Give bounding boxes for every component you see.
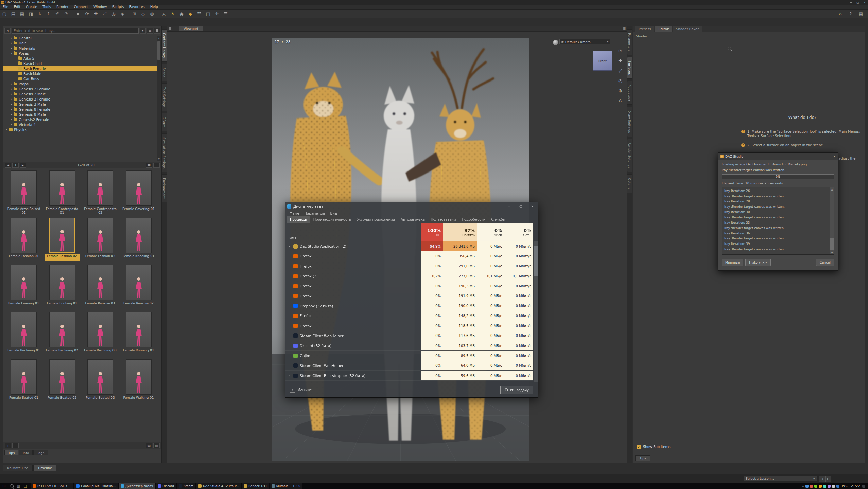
taskbar-app-daz[interactable]: Render(1/1) [242, 483, 269, 489]
tree-collapsed-icon[interactable]: ▸ [10, 103, 13, 106]
tm-tab[interactable]: Журнал приложений [354, 216, 398, 223]
tree-item[interactable]: ▸Physics [3, 127, 161, 132]
pane-options-icon[interactable]: ☰ [622, 27, 627, 30]
side-tab-scene[interactable]: Scene [162, 64, 167, 81]
pose-thumbnail[interactable]: Female Pensive 02 [120, 265, 157, 309]
reset-view-icon[interactable]: ⌂ [619, 98, 622, 103]
taskbar-app-task-manager[interactable]: Диспетчер задач [119, 483, 155, 489]
expand-chevron-icon[interactable]: ▸ [289, 245, 291, 248]
process-row[interactable]: Steam Client WebHelper0%64,0 МБ0 МБ/с0 М… [285, 361, 533, 371]
view-navigation-cube[interactable]: Front [593, 51, 612, 71]
menu-item-edit[interactable]: Edit [11, 5, 23, 9]
process-row[interactable]: ▸Steam Client Bootstrapper (32 бита)0%59… [285, 371, 533, 381]
scene-navigator-icon[interactable]: ⊞ [131, 10, 138, 17]
tree-item[interactable]: ▸Genesis 2 Male [3, 91, 161, 96]
clock[interactable]: 21:27 [851, 484, 860, 488]
right-panel-tips-tab[interactable]: Tips [635, 455, 650, 461]
panel-tab-info[interactable]: Info [19, 450, 33, 455]
process-row[interactable]: Dropbox (32 бита)0%190,0 МБ0 МБ/с0 Мбит/… [285, 301, 533, 311]
window-maximize-button[interactable]: ▢ [854, 0, 861, 5]
menu-item-connect[interactable]: Connect [71, 5, 91, 9]
zoom-in-icon[interactable]: + [5, 443, 11, 448]
tree-item[interactable]: ▸Props [3, 81, 161, 86]
panel-tab-tags[interactable]: Tags [33, 450, 48, 455]
tray-icon[interactable] [814, 485, 817, 488]
tray-icon[interactable] [832, 485, 835, 488]
export-icon[interactable]: ⇑ [45, 10, 52, 17]
tree-item[interactable]: Aiko 5 [3, 56, 161, 61]
menu-item-favorites[interactable]: Favorites [127, 5, 147, 9]
dock-tab-timeline[interactable]: Timeline [33, 465, 57, 471]
start-button[interactable]: ⊞ [0, 483, 8, 489]
side-tab-tool-settings[interactable]: Tool Settings [162, 83, 167, 111]
pose-thumbnail[interactable]: Female Fashion 02 [44, 218, 81, 261]
menu-item-file[interactable]: File [0, 5, 11, 9]
prev-page-icon[interactable]: ◄ [5, 163, 11, 168]
tree-collapsed-icon[interactable]: ▸ [10, 42, 13, 44]
menu-item-help[interactable]: Help [147, 5, 161, 9]
tree-item[interactable]: Car Boss [3, 76, 161, 81]
node-selection-tool-icon[interactable]: ➤ [74, 10, 82, 17]
process-row[interactable]: Gajim0%89,5 МБ0 МБ/с0 Мбит/с [285, 351, 533, 361]
tree-item[interactable]: BasicMale [3, 71, 161, 76]
list-view-icon[interactable]: ☰ [153, 163, 160, 168]
pose-thumbnail[interactable]: Female Contraposto 01 [44, 170, 81, 214]
taskbar-app-thunderbird[interactable]: Сообщения - Mozilla... [74, 483, 118, 489]
lesson-next-icon[interactable]: ► [825, 476, 831, 482]
tab-editor[interactable]: Editor [655, 26, 672, 32]
create-light-icon[interactable]: ☀ [169, 10, 176, 17]
menu-item-scripts[interactable]: Scripts [109, 5, 126, 9]
tray-icon[interactable] [823, 485, 826, 488]
camera-selector[interactable]: ◉ Default Camera ▼ [559, 39, 610, 44]
tm-column-header-память[interactable]: 97%Память [443, 223, 477, 241]
pose-thumbnail[interactable]: Female Reclining 02 [44, 312, 81, 356]
tm-tab[interactable]: Производительность [311, 216, 354, 223]
workspace-layout-icon[interactable]: ▦ [857, 10, 865, 17]
next-page-icon[interactable]: ► [20, 163, 26, 168]
menu-item-window[interactable]: Window [91, 5, 109, 9]
tree-collapsed-icon[interactable]: ▸ [10, 93, 13, 95]
process-row[interactable]: Firefox0%118,5 МБ0 МБ/с0 Мбит/с [285, 321, 533, 331]
grid-view-icon[interactable]: ▦ [147, 28, 153, 34]
nav-back-icon[interactable]: ◄ [4, 28, 11, 34]
tm-tab[interactable]: Пользователи [428, 216, 458, 223]
orbit-icon[interactable]: ⟳ [618, 48, 622, 54]
side-tab-draw-settings[interactable]: Draw Settings [627, 107, 632, 137]
process-row[interactable]: ▸Daz Studio Application (2)94,9%26 341,6… [285, 241, 533, 251]
zoom-out-icon[interactable]: − [12, 443, 19, 448]
side-tab-puppeteer[interactable]: Puppeteer [627, 81, 632, 105]
create-figure-icon[interactable]: ◬ [160, 10, 168, 17]
side-tab-surfaces[interactable]: Surfaces [627, 57, 632, 78]
process-row[interactable]: Steam Client WebHelper0%117,6 МБ0 МБ/с0 … [285, 331, 533, 341]
render-settings-icon[interactable]: ☷ [195, 10, 203, 17]
menu-item-create[interactable]: Create [23, 5, 40, 9]
tree-item[interactable]: ▸Victoria 4 [3, 122, 161, 127]
tree-scrollbar[interactable]: ▲ ▼ [157, 36, 161, 161]
taskbar-app-mumble[interactable]: Mumble -- 1.3.0 [270, 483, 302, 489]
taskbar-app-firefox[interactable]: (61) I AM LITERALLY ... [31, 483, 73, 489]
side-tab-content-library[interactable]: Content Library [162, 29, 167, 62]
tree-expanded-icon[interactable]: ▾ [10, 52, 13, 55]
taskbar-app-steam[interactable]: Steam [177, 483, 195, 489]
scale-tool-icon[interactable]: ⤢ [101, 10, 108, 17]
side-tab-render-settings[interactable]: Render Settings [627, 139, 632, 172]
pane-menu-icon[interactable]: ☰ [167, 27, 173, 30]
expand-chevron-icon[interactable]: ▸ [289, 275, 291, 277]
tree-item[interactable]: ▸Materials [3, 46, 161, 51]
aim-icon[interactable]: ⊕ [618, 88, 622, 93]
tree-item[interactable]: ▾Poses [3, 51, 161, 56]
tree-collapsed-icon[interactable]: ▸ [10, 37, 13, 39]
dock-tab-animate-lite[interactable]: aniMate Lite [3, 465, 33, 471]
menu-item-render[interactable]: Render [54, 5, 71, 9]
tm-column-header-цп[interactable]: 100%ЦП [421, 223, 443, 241]
detail-view-icon[interactable]: ▥ [153, 443, 160, 448]
cancel-button[interactable]: Cancel [816, 259, 834, 266]
pose-thumbnail[interactable]: Female Fashion 03 [82, 218, 119, 261]
tree-collapsed-icon[interactable]: ▸ [10, 98, 13, 101]
scroll-up-icon[interactable]: ▲ [830, 187, 834, 191]
process-row[interactable]: ▸Firefox (2)0,2%277,0 МБ0,1 МБ/с0,1 Мбит… [285, 271, 533, 281]
pose-thumbnail[interactable]: Female Walking 01 [120, 359, 157, 403]
pan-icon[interactable]: ✚ [618, 58, 622, 64]
viewport-tab[interactable]: Viewport [179, 26, 203, 31]
tree-collapsed-icon[interactable]: ▸ [10, 88, 13, 90]
